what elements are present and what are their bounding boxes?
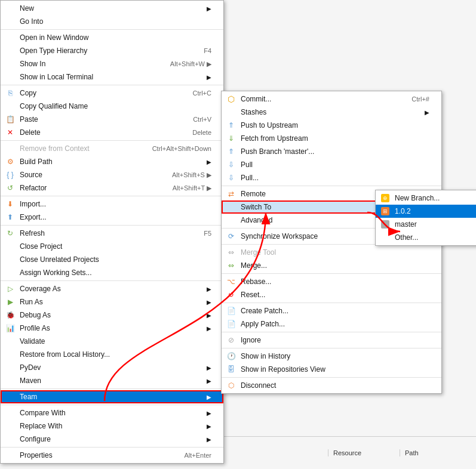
team-menu-push-upstream[interactable]: ⇑ Push to Upstream xyxy=(222,119,441,132)
team-menu-stashes[interactable]: Stashes ▶ xyxy=(222,106,441,119)
team-menu-switch-to-label: Switch To xyxy=(241,203,271,211)
shortcut-f5: F5 xyxy=(186,230,211,237)
menu-item-profile-as[interactable]: 📊 Profile As ▶ xyxy=(1,322,223,335)
menu-item-show-in[interactable]: Show In Alt+Shift+W ▶ xyxy=(1,57,223,70)
sync-icon: ⟳ xyxy=(226,232,236,241)
menu-item-go-into[interactable]: Go Into xyxy=(1,15,223,28)
menu-item-coverage-as-label: Coverage As xyxy=(20,285,61,293)
shortcut-alt-enter: Alt+Enter xyxy=(166,452,211,459)
menu-item-refactor[interactable]: ↺ Refactor Alt+Shift+T ▶ xyxy=(1,181,223,195)
menu-item-build-path[interactable]: ⚙ Build Path ▶ xyxy=(1,155,223,168)
menu-item-pydev[interactable]: PyDev ▶ xyxy=(1,361,223,374)
menu-item-replace-with-label: Replace With xyxy=(20,422,62,430)
menu-item-export[interactable]: ⬆ Export... xyxy=(1,211,223,224)
profile-icon: 📊 xyxy=(5,323,15,333)
switch-to-new-branch-label: New Branch... xyxy=(395,194,440,202)
separator xyxy=(222,348,441,348)
team-menu-ignore[interactable]: ⊘ Ignore xyxy=(222,334,441,347)
menu-item-copy-qualified[interactable]: Copy Qualified Name xyxy=(1,100,223,113)
menu-item-remove-context-label: Remove from Context xyxy=(20,144,90,153)
menu-item-remove-context: Remove from Context Ctrl+Alt+Shift+Down xyxy=(1,142,223,155)
arrow-icon: ▶ xyxy=(195,394,211,400)
menu-item-close-unrelated[interactable]: Close Unrelated Projects xyxy=(1,253,223,266)
menu-item-coverage-as[interactable]: ▷ Coverage As ▶ xyxy=(1,282,223,295)
menu-item-open-type-hierarchy[interactable]: Open Type Hierarchy F4 xyxy=(1,44,223,57)
menu-item-debug-as[interactable]: 🐞 Debug As ▶ xyxy=(1,308,223,322)
merge-tool-icon: ⇔ xyxy=(226,248,236,257)
menu-item-source[interactable]: { } Source Alt+Shift+S ▶ xyxy=(1,168,223,181)
team-menu-show-history[interactable]: 🕐 Show in History xyxy=(222,350,441,363)
switch-to-other[interactable]: Other... xyxy=(376,231,476,244)
menu-item-new[interactable]: New ▶ xyxy=(1,2,223,15)
menu-item-properties-label: Properties xyxy=(20,451,53,459)
switch-to-102[interactable]: ⊞ 1.0.2 xyxy=(376,205,476,218)
switch-to-master[interactable]: master xyxy=(376,218,476,231)
team-menu-push-branch[interactable]: ⇑ Push Branch 'master'... xyxy=(222,145,441,158)
menu-item-close-project-label: Close Project xyxy=(20,242,62,251)
reset-icon: ↺ xyxy=(226,290,236,300)
team-menu-show-repo[interactable]: 🗄 Show in Repositories View xyxy=(222,363,441,376)
menu-item-refresh-label: Refresh xyxy=(20,229,45,237)
menu-item-build-path-label: Build Path xyxy=(20,158,53,166)
team-menu-pull[interactable]: ⇩ Pull xyxy=(222,158,441,171)
menu-item-assign-working-sets[interactable]: Assign Working Sets... xyxy=(1,266,223,279)
pull-icon: ⇩ xyxy=(226,160,236,169)
separator xyxy=(1,225,223,226)
menu-item-close-project[interactable]: Close Project xyxy=(1,240,223,253)
menu-item-import-label: Import... xyxy=(20,200,46,208)
delete-icon: ✕ xyxy=(5,128,15,137)
menu-item-delete-label: Delete xyxy=(20,128,41,137)
shortcut-f4: F4 xyxy=(186,47,211,54)
arrow-icon: ▶ xyxy=(195,378,211,384)
menu-item-replace-with[interactable]: Replace With ▶ xyxy=(1,419,223,433)
team-menu-pull-label: Pull xyxy=(241,161,253,169)
team-menu-commit-label: Commit... xyxy=(241,95,271,103)
switch-to-submenu: ⊕ New Branch... ⊞ 1.0.2 master Other... xyxy=(375,190,476,246)
menu-item-show-local-terminal[interactable]: Show in Local Terminal ▶ xyxy=(1,70,223,84)
separator xyxy=(222,273,441,274)
team-menu-pull-dots[interactable]: ⇩ Pull... xyxy=(222,171,441,184)
arrow-icon: ▶ xyxy=(195,423,211,430)
menu-item-import[interactable]: ⬇ Import... xyxy=(1,198,223,211)
menu-item-validate[interactable]: Validate xyxy=(1,335,223,348)
menu-item-configure[interactable]: Configure ▶ xyxy=(1,433,223,446)
menu-item-team[interactable]: Team ▶ xyxy=(1,390,223,403)
team-menu-show-history-label: Show in History xyxy=(241,352,290,360)
shortcut-ctrl-c: Ctrl+C xyxy=(175,90,211,97)
team-menu-merge[interactable]: ⇔ Merge... xyxy=(222,259,441,272)
team-menu-pull-dots-label: Pull... xyxy=(241,174,259,182)
menu-item-restore-history[interactable]: Restore from Local History... xyxy=(1,348,223,361)
source-icon: { } xyxy=(5,170,15,180)
menu-item-maven[interactable]: Maven ▶ xyxy=(1,374,223,387)
history-icon: 🕐 xyxy=(226,351,236,361)
team-menu-stashes-label: Stashes xyxy=(241,108,266,116)
team-menu-fetch-upstream[interactable]: ⇓ Fetch from Upstream xyxy=(222,132,441,145)
refresh-icon: ↻ xyxy=(5,229,15,238)
menu-item-refresh[interactable]: ↻ Refresh F5 xyxy=(1,227,223,240)
menu-item-compare-with[interactable]: Compare With ▶ xyxy=(1,406,223,419)
team-menu-commit[interactable]: ⬡ Commit... Ctrl+# xyxy=(222,92,441,106)
menu-item-delete[interactable]: ✕ Delete Delete xyxy=(1,126,223,139)
menu-item-run-as[interactable]: ▶ Run As ▶ xyxy=(1,295,223,308)
team-menu-rebase[interactable]: ⌥ Rebase... xyxy=(222,275,441,288)
separator xyxy=(1,85,223,85)
switch-to-new-branch[interactable]: ⊕ New Branch... xyxy=(376,192,476,205)
team-menu-create-patch[interactable]: 📄 Create Patch... xyxy=(222,304,441,317)
team-menu-reset-label: Reset... xyxy=(241,291,265,299)
team-menu-apply-patch[interactable]: 📄 Apply Patch... xyxy=(222,317,441,331)
coverage-icon: ▷ xyxy=(5,284,15,294)
menu-item-paste[interactable]: 📋 Paste Ctrl+V xyxy=(1,113,223,126)
team-menu-disconnect[interactable]: ⬡ Disconnect xyxy=(222,379,441,392)
menu-item-copy[interactable]: ⎘ Copy Ctrl+C xyxy=(1,87,223,100)
menu-item-pydev-label: PyDev xyxy=(20,363,41,372)
refactor-icon: ↺ xyxy=(5,183,15,193)
menu-item-properties[interactable]: Properties Alt+Enter xyxy=(1,449,223,462)
menu-item-open-new-window[interactable]: Open in New Window xyxy=(1,31,223,44)
push-branch-icon: ⇑ xyxy=(226,147,236,156)
switch-to-102-label: 1.0.2 xyxy=(395,207,411,215)
remote-icon: ⇄ xyxy=(226,189,236,199)
separator xyxy=(1,29,223,30)
arrow-icon: ▶ xyxy=(195,410,211,416)
team-menu-remote-label: Remote xyxy=(241,190,266,198)
team-menu-reset[interactable]: ↺ Reset... xyxy=(222,288,441,301)
